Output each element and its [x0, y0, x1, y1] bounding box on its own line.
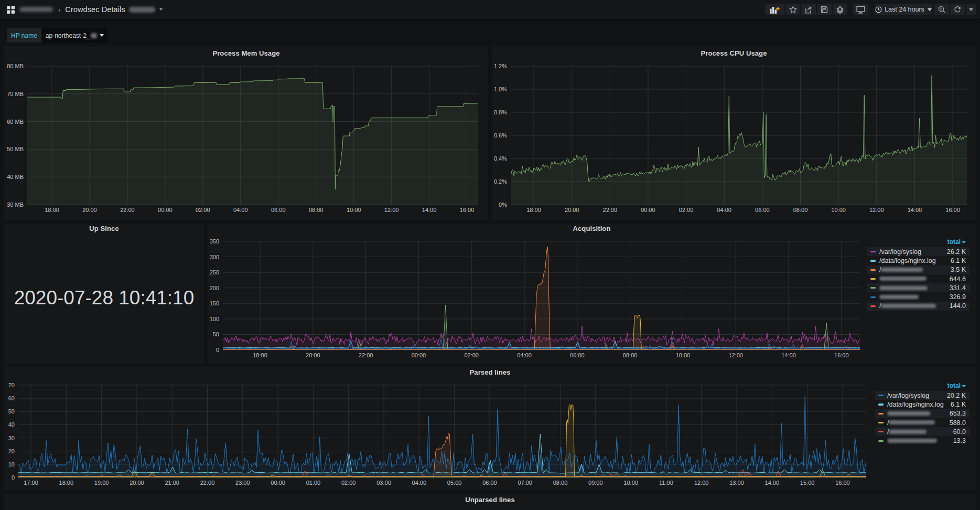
svg-text:04:00: 04:00 [233, 207, 248, 213]
legend-row[interactable]: 13.3 [875, 436, 970, 445]
add-panel-button[interactable] [765, 4, 784, 15]
series-label[interactable]: / [879, 266, 945, 273]
series-label[interactable] [887, 437, 948, 444]
breadcrumb-separator: › [58, 6, 60, 14]
series-color-dash-icon [870, 305, 876, 307]
svg-text:60 MB: 60 MB [7, 119, 24, 125]
svg-text:10:00: 10:00 [623, 480, 638, 486]
add-panel-icon [769, 6, 780, 14]
svg-text:18:00: 18:00 [526, 207, 541, 213]
gear-icon [836, 5, 844, 14]
legend-row[interactable]: /3.5 K [867, 265, 970, 274]
share-icon [804, 6, 813, 14]
series-total-value: 653.3 [950, 410, 966, 417]
svg-text:20:00: 20:00 [82, 207, 97, 213]
series-label[interactable]: / [887, 428, 948, 435]
acquisition-legend: total/var/log/syslog26.2 K/data/logs/ngi… [867, 238, 970, 311]
series-label[interactable]: /data/logs/nginx.log [887, 401, 945, 408]
svg-text:300: 300 [210, 254, 219, 260]
breadcrumb-folder-redacted[interactable] [19, 7, 53, 12]
svg-text:00:00: 00:00 [271, 480, 285, 486]
svg-text:08:00: 08:00 [309, 207, 324, 213]
time-range-picker[interactable]: Last 24 hours [875, 4, 932, 15]
svg-text:200: 200 [210, 285, 219, 291]
cycle-view-mode-button[interactable] [853, 4, 868, 15]
refresh-button[interactable] [950, 4, 965, 15]
svg-text:00:00: 00:00 [641, 207, 655, 213]
legend-row[interactable]: /60.0 [875, 427, 970, 436]
svg-text:08:00: 08:00 [553, 480, 568, 486]
svg-text:13:00: 13:00 [729, 480, 744, 486]
clock-icon [875, 6, 882, 13]
svg-text:100: 100 [210, 316, 219, 322]
panel-unparsed-lines: Unparsed lines [4, 494, 976, 510]
svg-text:00:00: 00:00 [412, 352, 426, 358]
svg-text:08:00: 08:00 [623, 352, 638, 358]
series-total-value: 6.1 K [951, 401, 966, 408]
share-dashboard-button[interactable] [801, 4, 816, 15]
series-label[interactable]: /var/log/syslog [879, 248, 942, 256]
series-label-redacted [889, 420, 935, 424]
svg-text:11:00: 11:00 [659, 480, 673, 486]
svg-text:12:00: 12:00 [384, 207, 399, 213]
series-label[interactable] [879, 293, 944, 301]
svg-text:0.6%: 0.6% [494, 132, 507, 139]
series-label-redacted [887, 411, 930, 416]
legend-row[interactable]: /588.0 [875, 418, 970, 427]
variable-value-redacted [91, 33, 97, 38]
series-label[interactable]: /var/log/syslog [887, 392, 942, 399]
svg-text:0.4%: 0.4% [494, 155, 507, 162]
legend-row[interactable]: 326.9 [867, 292, 970, 301]
panel-process-mem-usage: Process Mem Usage 30 MB40 MB50 MB60 MB70… [4, 46, 488, 220]
svg-text:40: 40 [8, 421, 15, 428]
star-dashboard-button[interactable] [785, 4, 800, 15]
svg-text:14:00: 14:00 [908, 207, 922, 213]
legend-row[interactable]: 331.4 [867, 283, 970, 292]
dashboard-title[interactable]: Crowdsec Details [65, 5, 125, 14]
series-label[interactable] [879, 284, 944, 292]
legend-row[interactable]: /var/log/syslog20.2 K [875, 391, 970, 400]
cpu-usage-chart[interactable]: 0%0.2%0.4%0.6%0.8%1.0%1.2%18:0020:0022:0… [492, 46, 976, 220]
mem-usage-chart[interactable]: 30 MB40 MB50 MB60 MB70 MB80 MB18:0020:00… [4, 46, 488, 220]
acquisition-chart[interactable]: 05010015020025030035018:0020:0022:0000:0… [208, 224, 976, 364]
panel-parsed-lines: Parsed lines 01020304050607017:0018:0019… [4, 366, 976, 490]
svg-text:70 MB: 70 MB [7, 91, 24, 97]
svg-text:40 MB: 40 MB [7, 174, 24, 180]
svg-text:15:00: 15:00 [800, 480, 815, 486]
legend-row[interactable]: /data/logs/nginx.log6.1 K [875, 400, 970, 409]
series-label[interactable] [887, 410, 944, 417]
series-label[interactable]: / [887, 419, 944, 427]
svg-text:16:00: 16:00 [834, 352, 849, 358]
panel-title[interactable]: Unparsed lines [4, 496, 976, 504]
svg-text:20:00: 20:00 [565, 207, 579, 213]
svg-text:10: 10 [8, 461, 15, 468]
legend-sort-header[interactable]: total [875, 382, 970, 391]
legend-sort-header[interactable]: total [867, 238, 970, 247]
svg-text:0: 0 [216, 347, 219, 353]
series-label[interactable]: /data/logs/nginx.log [879, 257, 945, 264]
svg-text:20:00: 20:00 [306, 352, 320, 358]
legend-row[interactable]: /data/logs/nginx.log6.1 K [867, 256, 970, 265]
save-dashboard-button[interactable] [817, 4, 832, 15]
series-label[interactable] [879, 275, 944, 283]
series-total-value: 331.4 [950, 284, 966, 292]
svg-text:21:00: 21:00 [165, 480, 179, 486]
legend-row[interactable]: 653.3 [875, 409, 970, 418]
zoom-out-button[interactable] [934, 4, 949, 15]
svg-text:16:00: 16:00 [835, 480, 850, 486]
series-color-dash-icon [878, 395, 884, 396]
dashboard-settings-button[interactable] [833, 4, 847, 15]
variable-value-dropdown[interactable]: ap-northeast-2_ [42, 28, 107, 42]
refresh-interval-caret[interactable] [966, 4, 976, 15]
series-label[interactable]: / [879, 302, 944, 310]
template-variables-row: HP name ap-northeast-2_ [7, 28, 107, 42]
series-total-value: 20.2 K [947, 392, 966, 399]
dashboard-grid-icon[interactable] [7, 6, 15, 14]
title-caret-down-icon[interactable] [159, 8, 163, 10]
legend-row[interactable]: /var/log/syslog26.2 K [867, 247, 970, 256]
panel-title[interactable]: Up Since [4, 225, 204, 232]
legend-row[interactable]: 644.6 [867, 274, 970, 283]
svg-text:02:00: 02:00 [196, 207, 210, 213]
parsed-lines-chart[interactable]: 01020304050607017:0018:0019:0020:0021:00… [4, 366, 976, 492]
legend-row[interactable]: /144.0 [867, 302, 970, 311]
